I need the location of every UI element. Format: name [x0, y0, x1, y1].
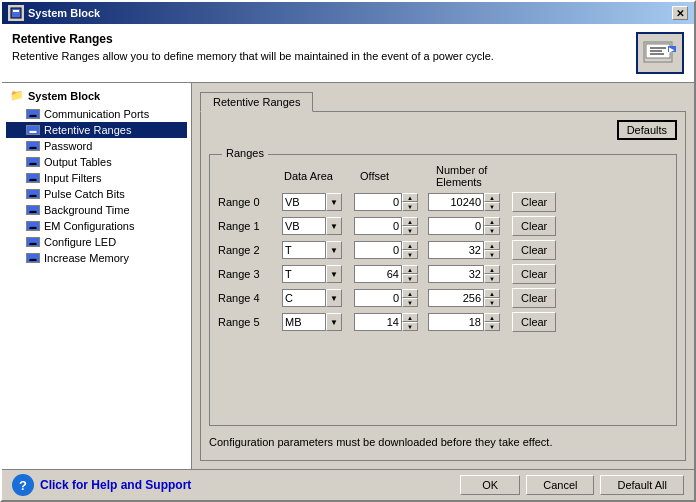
range-offset-wrap-1: ▲ ▼: [354, 217, 424, 235]
tab-retentive-ranges[interactable]: Retentive Ranges: [200, 92, 313, 112]
range-data-area-input-2[interactable]: [282, 241, 326, 259]
range-label-5: Range 5: [218, 316, 278, 328]
close-button[interactable]: ✕: [672, 6, 688, 20]
range-offset-up-5[interactable]: ▲: [402, 313, 418, 322]
range-row-3: Range 3 ▼ ▲ ▼ ▲ ▼ Clear: [218, 264, 668, 284]
range-label-4: Range 4: [218, 292, 278, 304]
range-label-1: Range 1: [218, 220, 278, 232]
range-data-area-input-4[interactable]: [282, 289, 326, 307]
sidebar-item-configure-led[interactable]: ▬ Configure LED: [6, 234, 187, 250]
sidebar-icon: ▬: [26, 173, 40, 183]
range-data-area-dropdown-2[interactable]: ▼: [326, 241, 342, 259]
header-area: Retentive Ranges Retentive Ranges allow …: [2, 24, 694, 83]
svg-rect-1: [13, 10, 19, 12]
sidebar-icon: ▬: [26, 109, 40, 119]
range-num-elements-input-4[interactable]: [428, 289, 484, 307]
ranges-group-box: Ranges Data Area Offset Number of Elemen…: [209, 148, 677, 426]
range-row-0: Range 0 ▼ ▲ ▼ ▲ ▼ Clear: [218, 192, 668, 212]
range-num-elements-down-4[interactable]: ▼: [484, 298, 500, 307]
range-num-elements-up-5[interactable]: ▲: [484, 313, 500, 322]
range-num-elements-up-3[interactable]: ▲: [484, 265, 500, 274]
range-data-area-input-1[interactable]: [282, 217, 326, 235]
sidebar-item-increase-memory[interactable]: ▬ Increase Memory: [6, 250, 187, 266]
range-num-elements-down-3[interactable]: ▼: [484, 274, 500, 283]
range-offset-input-5[interactable]: [354, 313, 402, 331]
range-clear-button-2[interactable]: Clear: [512, 240, 556, 260]
sidebar-item-retentive-ranges[interactable]: ▬ Retentive Ranges: [6, 122, 187, 138]
range-data-area-dropdown-1[interactable]: ▼: [326, 217, 342, 235]
range-offset-down-5[interactable]: ▼: [402, 322, 418, 331]
range-offset-wrap-3: ▲ ▼: [354, 265, 424, 283]
range-offset-down-0[interactable]: ▼: [402, 202, 418, 211]
range-offset-wrap-4: ▲ ▼: [354, 289, 424, 307]
range-offset-wrap-2: ▲ ▼: [354, 241, 424, 259]
sidebar-icon: ▬: [26, 189, 40, 199]
range-num-elements-input-3[interactable]: [428, 265, 484, 283]
range-num-elements-up-0[interactable]: ▲: [484, 193, 500, 202]
range-data-area-input-5[interactable]: [282, 313, 326, 331]
sidebar-icon: ▬: [26, 237, 40, 247]
range-offset-down-4[interactable]: ▼: [402, 298, 418, 307]
range-offset-down-1[interactable]: ▼: [402, 226, 418, 235]
sidebar-item-em-configurations[interactable]: ▬ EM Configurations: [6, 218, 187, 234]
range-row-1: Range 1 ▼ ▲ ▼ ▲ ▼ Clear: [218, 216, 668, 236]
range-data-area-dropdown-0[interactable]: ▼: [326, 193, 342, 211]
ok-button[interactable]: OK: [460, 475, 520, 495]
ranges-legend: Ranges: [222, 147, 268, 159]
range-num-elements-down-1[interactable]: ▼: [484, 226, 500, 235]
sidebar-item-pulse-catch-bits[interactable]: ▬ Pulse Catch Bits: [6, 186, 187, 202]
range-offset-up-3[interactable]: ▲: [402, 265, 418, 274]
range-num-elements-up-1[interactable]: ▲: [484, 217, 500, 226]
range-offset-input-3[interactable]: [354, 265, 402, 283]
range-clear-button-1[interactable]: Clear: [512, 216, 556, 236]
range-num-elements-up-2[interactable]: ▲: [484, 241, 500, 250]
help-link[interactable]: Click for Help and Support: [40, 478, 191, 492]
range-offset-up-4[interactable]: ▲: [402, 289, 418, 298]
sidebar-item-input-filters[interactable]: ▬ Input Filters: [6, 170, 187, 186]
range-clear-button-5[interactable]: Clear: [512, 312, 556, 332]
ranges-container: Range 0 ▼ ▲ ▼ ▲ ▼ Clear Range 1 ▼: [218, 192, 668, 332]
sidebar-item-communication-ports[interactable]: ▬ Communication Ports: [6, 106, 187, 122]
range-data-area-dropdown-4[interactable]: ▼: [326, 289, 342, 307]
range-num-elements-input-2[interactable]: [428, 241, 484, 259]
range-clear-button-4[interactable]: Clear: [512, 288, 556, 308]
range-row-2: Range 2 ▼ ▲ ▼ ▲ ▼ Clear: [218, 240, 668, 260]
range-data-area-dropdown-5[interactable]: ▼: [326, 313, 342, 331]
range-offset-input-0[interactable]: [354, 193, 402, 211]
range-offset-up-1[interactable]: ▲: [402, 217, 418, 226]
sidebar-item-background-time[interactable]: ▬ Background Time: [6, 202, 187, 218]
default-all-button[interactable]: Default All: [600, 475, 684, 495]
sidebar-icon: ▬: [26, 157, 40, 167]
range-num-elements-up-4[interactable]: ▲: [484, 289, 500, 298]
range-num-elements-input-0[interactable]: [428, 193, 484, 211]
range-num-elements-down-5[interactable]: ▼: [484, 322, 500, 331]
range-offset-input-2[interactable]: [354, 241, 402, 259]
range-offset-down-2[interactable]: ▼: [402, 250, 418, 259]
range-offset-input-1[interactable]: [354, 217, 402, 235]
range-data-area-input-3[interactable]: [282, 265, 326, 283]
sidebar-icon: ▬: [26, 205, 40, 215]
range-data-area-wrap-0: ▼: [282, 193, 350, 211]
range-offset-input-4[interactable]: [354, 289, 402, 307]
cancel-button[interactable]: Cancel: [526, 475, 594, 495]
sidebar-item-output-tables[interactable]: ▬ Output Tables: [6, 154, 187, 170]
sidebar: 📁 System Block ▬ Communication Ports ▬ R…: [2, 83, 192, 469]
sidebar-icon: ▬: [26, 125, 40, 135]
header-description: Retentive Ranges allow you to define mem…: [12, 50, 494, 62]
help-icon: ?: [12, 474, 34, 496]
range-offset-up-0[interactable]: ▲: [402, 193, 418, 202]
range-num-elements-input-1[interactable]: [428, 217, 484, 235]
range-data-area-input-0[interactable]: [282, 193, 326, 211]
sidebar-item-password[interactable]: ▬ Password: [6, 138, 187, 154]
tab-bar: Retentive Ranges: [200, 91, 686, 111]
range-offset-up-2[interactable]: ▲: [402, 241, 418, 250]
range-num-elements-input-5[interactable]: [428, 313, 484, 331]
range-clear-button-0[interactable]: Clear: [512, 192, 556, 212]
range-clear-button-3[interactable]: Clear: [512, 264, 556, 284]
range-offset-down-3[interactable]: ▼: [402, 274, 418, 283]
range-num-elements-down-0[interactable]: ▼: [484, 202, 500, 211]
defaults-button[interactable]: Defaults: [617, 120, 677, 140]
range-num-elements-down-2[interactable]: ▼: [484, 250, 500, 259]
range-data-area-dropdown-3[interactable]: ▼: [326, 265, 342, 283]
help-section[interactable]: ? Click for Help and Support: [12, 474, 191, 496]
